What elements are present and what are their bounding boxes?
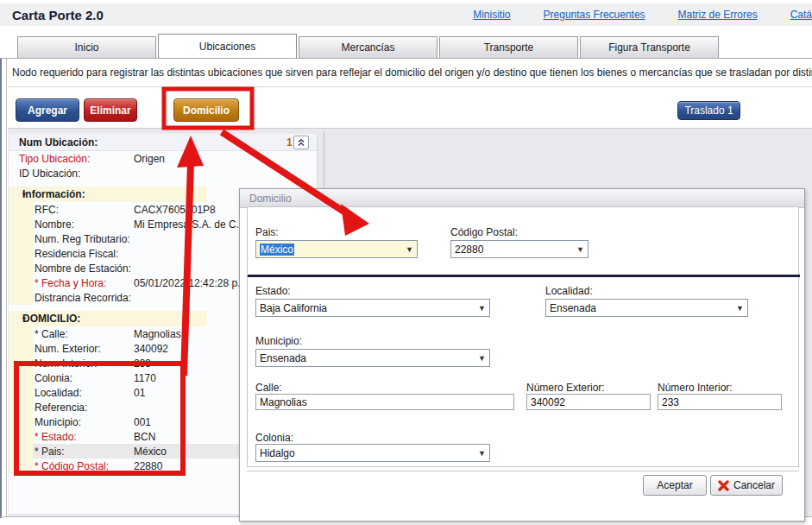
codigo-postal-select[interactable]: 22880 ▼ [450, 240, 589, 258]
numero-exterior-label: Número Exterior: [526, 382, 605, 394]
calle-input[interactable] [255, 394, 514, 410]
colonia-label: Colonia: [255, 432, 293, 444]
pais-label: Pais: [255, 226, 279, 238]
section-gutter [9, 400, 33, 414]
page-title: Carta Porte 2.0 [0, 8, 104, 22]
content-left-edge [0, 58, 2, 518]
tab[interactable]: Figura Transporte [580, 36, 719, 58]
row-label: Tipo Ubicación: [9, 153, 90, 165]
section-gutter [9, 202, 33, 217]
section-title: DOMICILIO: [22, 313, 80, 325]
tab[interactable]: Inicio [17, 36, 156, 58]
row-value: 05/01/2022 12:42:28 p. m. [134, 277, 255, 289]
agregar-button[interactable]: Agregar [16, 98, 79, 122]
num-ubicacion-label: Num Ubicación: [9, 136, 98, 149]
aceptar-label: Aceptar [657, 479, 692, 491]
row-value: 001 [134, 416, 151, 428]
section-collapse-icon: ▼ [9, 191, 22, 199]
row-value: CACX7605101P8 [134, 204, 216, 216]
num-ubicacion-row: Num Ubicación: 1 [9, 134, 317, 151]
localidad-select[interactable]: Ensenada ▼ [545, 299, 748, 317]
chevron-down-icon: ▼ [475, 449, 486, 458]
section-divider [248, 275, 800, 277]
section-gutter [9, 385, 33, 400]
panel-row: ID Ubicación: [9, 166, 317, 180]
row-value: 233 [134, 357, 151, 370]
node-description: Nodo requerido para registrar las distin… [8, 60, 812, 85]
section-gutter [9, 217, 33, 231]
colonia-select[interactable]: Hidalgo ▼ [255, 444, 490, 462]
numero-exterior-input[interactable] [526, 394, 651, 410]
pais-select[interactable]: México ▼ [255, 240, 418, 258]
header-link[interactable]: Matriz de Errores [678, 9, 758, 21]
panel-row: Tipo Ubicación: Origen [9, 151, 317, 166]
tab[interactable]: Transporte [439, 36, 578, 58]
row-value: México [134, 446, 167, 458]
panel-top-rows: Tipo Ubicación: Origen ID Ubicación: [9, 151, 317, 180]
municipio-value: Ensenada [260, 352, 306, 364]
section-title: Información: [22, 188, 85, 200]
header-link[interactable]: Minisitio [473, 9, 510, 21]
pais-value: México [260, 244, 294, 256]
estado-value: Baja California [260, 302, 327, 314]
dialog-title: Domicilio [240, 189, 804, 208]
cancelar-button[interactable]: Cancelar [710, 475, 783, 496]
row-value: 01 [134, 387, 145, 399]
section-gutter [9, 290, 33, 305]
content-border [0, 58, 812, 59]
app-header: Carta Porte 2.0 MinisitioPreguntas Frecu… [0, 3, 812, 26]
row-value: Magnolias [134, 328, 181, 340]
row-value: 22880 [134, 460, 162, 472]
localidad-label: Localidad: [545, 285, 593, 297]
section-gutter [9, 429, 33, 444]
municipio-select[interactable]: Ensenada ▼ [255, 349, 490, 367]
section-gutter [9, 444, 33, 459]
section-gutter [9, 261, 33, 275]
codigo-postal-value: 22880 [455, 244, 483, 256]
traslado-button[interactable]: Traslado 1 [677, 101, 740, 120]
numero-interior-label: Número Interior: [658, 382, 733, 394]
chevron-down-icon: ▼ [573, 245, 584, 254]
section-collapse-icon: ▼ [9, 315, 22, 323]
footer-divider [247, 471, 799, 471]
header-link[interactable]: Preguntas Frecuentes [544, 9, 645, 21]
chevron-down-icon: ▼ [475, 354, 486, 363]
row-value: Mi Empresa S.A. de C.V. [134, 218, 248, 231]
num-ubicacion-value: 1 [286, 136, 293, 149]
chevron-down-icon: ▼ [475, 304, 486, 313]
codigo-postal-label: Código Postal: [450, 226, 518, 238]
section-gutter [9, 370, 33, 385]
domicilio-button[interactable]: Domicilio [173, 98, 239, 122]
tab[interactable]: Mercancías [299, 36, 437, 58]
collapse-button[interactable] [293, 136, 309, 149]
toolbar: Agregar Eliminar Domicilio Traslado 1 [8, 87, 812, 128]
colonia-value: Hidalgo [260, 447, 295, 459]
row-label: ID Ubicación: [9, 168, 80, 180]
section-gutter [9, 459, 33, 473]
localidad-value: Ensenada [550, 302, 596, 314]
row-value: BCN [134, 431, 155, 443]
content-inner-border [6, 59, 7, 516]
header-link[interactable]: Catá [790, 9, 812, 21]
section-gutter [9, 231, 33, 246]
section-gutter [9, 275, 33, 290]
carta-porte-app: Carta Porte 2.0 MinisitioPreguntas Frecu… [0, 0, 812, 525]
chevron-down-icon: ▼ [402, 245, 413, 254]
section-gutter [9, 356, 33, 370]
double-chevron-up-icon [297, 138, 305, 147]
section-gutter [9, 326, 33, 341]
chevron-down-icon: ▼ [733, 304, 744, 313]
estado-label: Estado: [255, 285, 291, 297]
estado-select[interactable]: Baja California ▼ [255, 299, 490, 317]
numero-interior-input[interactable] [658, 394, 782, 410]
row-value: 1170 [134, 372, 156, 384]
cancel-x-icon [718, 480, 729, 491]
tab-strip: InicioUbicacionesMercancíasTransporteFig… [17, 36, 719, 58]
dialog-form: Pais: México ▼ Código Postal: 22880 ▼ Es… [247, 206, 799, 467]
calle-label: Calle: [255, 382, 282, 394]
aceptar-button[interactable]: Aceptar [643, 475, 707, 496]
eliminar-button[interactable]: Eliminar [84, 98, 137, 122]
header-links: MinisitioPreguntas FrecuentesMatriz de E… [473, 9, 812, 21]
municipio-label: Municipio: [255, 335, 302, 347]
tab[interactable]: Ubicaciones [158, 34, 297, 58]
